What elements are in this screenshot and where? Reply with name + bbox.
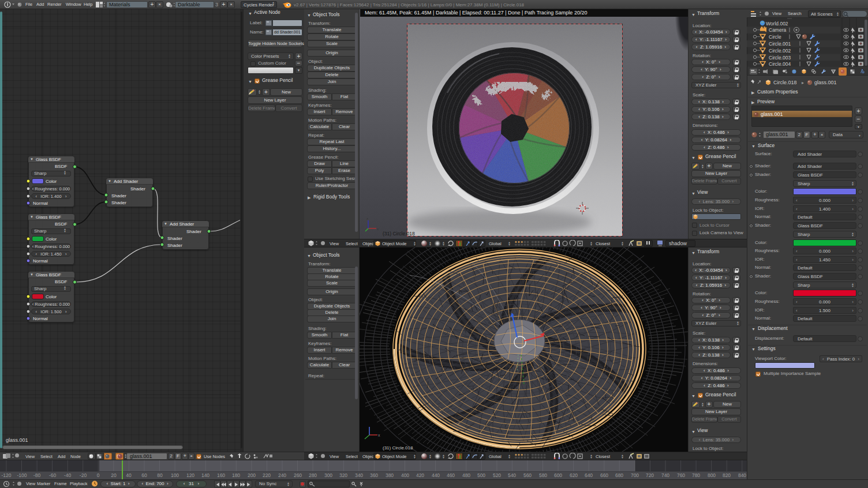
svg-text:500: 500 xyxy=(477,472,485,478)
svg-text:Circle: Circle xyxy=(769,34,781,40)
svg-text:420: 420 xyxy=(416,472,424,478)
svg-text:340: 340 xyxy=(355,472,363,478)
svg-text:120: 120 xyxy=(186,472,194,478)
svg-text:x: x xyxy=(377,227,379,231)
svg-text:-100: -100 xyxy=(17,472,27,478)
svg-text:▸: ▸ xyxy=(802,80,804,85)
svg-text:620: 620 xyxy=(570,472,578,478)
svg-text:220: 220 xyxy=(263,472,271,478)
svg-text:400: 400 xyxy=(401,472,409,478)
svg-text:200: 200 xyxy=(248,472,256,478)
svg-text:-60: -60 xyxy=(49,472,57,478)
svg-text:740: 740 xyxy=(661,472,669,478)
svg-text:Circle.001: Circle.001 xyxy=(769,41,791,47)
svg-text:780: 780 xyxy=(692,472,700,478)
svg-text:Circle.002: Circle.002 xyxy=(769,48,791,54)
svg-text:glass.001: glass.001 xyxy=(814,80,837,85)
svg-text:600: 600 xyxy=(554,472,562,478)
svg-text:580: 580 xyxy=(539,472,547,478)
svg-text:700: 700 xyxy=(631,472,639,478)
svg-text:840: 840 xyxy=(738,472,746,478)
svg-text:820: 820 xyxy=(723,472,731,478)
svg-text:680: 680 xyxy=(615,472,623,478)
svg-text:540: 540 xyxy=(508,472,516,478)
svg-text:0: 0 xyxy=(97,472,100,478)
svg-text:240: 240 xyxy=(278,472,286,478)
svg-text:560: 560 xyxy=(523,472,532,478)
svg-text:-80: -80 xyxy=(33,472,41,478)
svg-text:480: 480 xyxy=(462,472,470,478)
svg-text:380: 380 xyxy=(386,472,394,478)
svg-text:720: 720 xyxy=(646,472,654,478)
svg-text:300: 300 xyxy=(324,472,332,478)
svg-text:460: 460 xyxy=(447,472,455,478)
svg-text:660: 660 xyxy=(600,472,608,478)
svg-text:280: 280 xyxy=(309,472,317,478)
svg-text:60: 60 xyxy=(141,472,147,478)
svg-text:360: 360 xyxy=(370,472,378,478)
svg-text:Camera: Camera xyxy=(769,27,787,33)
svg-text:20: 20 xyxy=(111,472,117,478)
svg-text:z: z xyxy=(366,218,368,220)
svg-text:180: 180 xyxy=(232,472,240,478)
svg-text:520: 520 xyxy=(493,472,501,478)
svg-text:160: 160 xyxy=(217,472,225,478)
svg-text:x: x xyxy=(378,433,380,437)
svg-text:Circle.003: Circle.003 xyxy=(769,55,791,61)
svg-text:260: 260 xyxy=(294,472,302,478)
svg-text:Circle.018: Circle.018 xyxy=(773,80,797,85)
svg-text:800: 800 xyxy=(708,472,716,478)
svg-text:140: 140 xyxy=(201,472,209,478)
svg-text:-120: -120 xyxy=(1,472,11,478)
svg-text:(31) Circle.018: (31) Circle.018 xyxy=(383,445,413,451)
svg-text:80: 80 xyxy=(157,472,163,478)
svg-text:World.002: World.002 xyxy=(766,21,788,27)
svg-text:-20: -20 xyxy=(80,472,87,478)
svg-text:-40: -40 xyxy=(64,472,72,478)
svg-text:100: 100 xyxy=(171,472,179,478)
svg-text:440: 440 xyxy=(432,472,440,478)
svg-text:760: 760 xyxy=(677,472,685,478)
svg-text:Circle.004: Circle.004 xyxy=(769,61,791,67)
svg-text:40: 40 xyxy=(126,472,132,478)
svg-text:320: 320 xyxy=(339,472,347,478)
svg-text:640: 640 xyxy=(585,472,593,478)
